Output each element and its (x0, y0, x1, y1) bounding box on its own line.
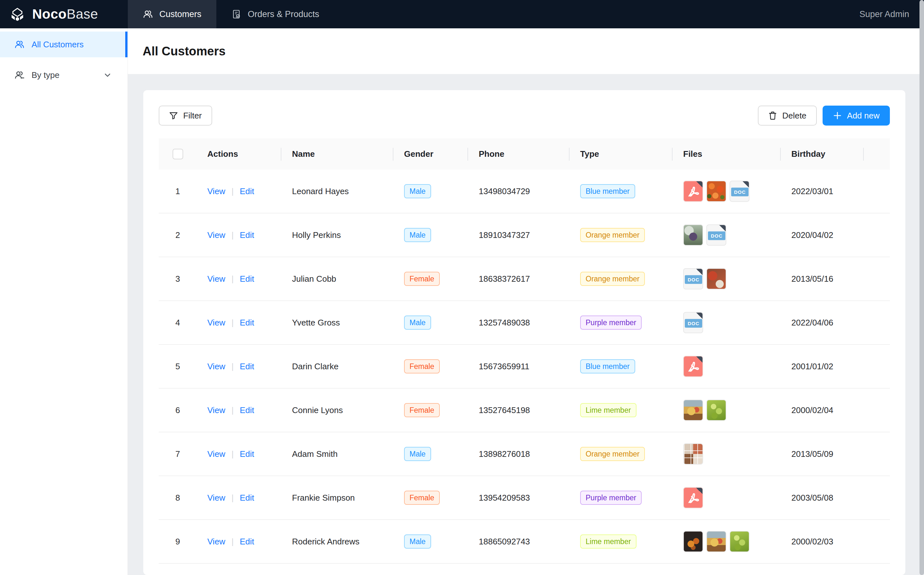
pdf-file-thumbnail[interactable] (683, 181, 703, 202)
user-menu[interactable]: Super Admin (859, 0, 924, 28)
image-file-thumbnail[interactable] (683, 443, 703, 465)
image-file-thumbnail[interactable] (683, 224, 703, 246)
tab-orders-products[interactable]: Orders & Products (216, 0, 334, 28)
phone-cell: 13954209583 (468, 493, 570, 503)
logo-text: NocoBase (32, 6, 98, 22)
logo-text-light: Base (67, 6, 98, 22)
image-file-thumbnail[interactable] (683, 400, 703, 421)
view-link[interactable]: View (207, 230, 225, 240)
edit-link[interactable]: Edit (240, 362, 254, 371)
select-all-checkbox[interactable] (173, 149, 183, 159)
edit-link[interactable]: Edit (240, 230, 254, 240)
edit-link[interactable]: Edit (240, 186, 254, 196)
type-cell: Orange member (570, 272, 673, 286)
table-row: 7View|EditAdam SmithMale13898276018Orang… (159, 432, 890, 476)
delete-button-label: Delete (782, 111, 807, 121)
table-body: 1View|EditLeonard HayesMale13498034729Bl… (159, 170, 890, 564)
edit-link[interactable]: Edit (240, 449, 254, 459)
image-file-thumbnail[interactable] (706, 531, 726, 552)
filter-button-label: Filter (183, 111, 202, 121)
column-header-actions[interactable]: Actions (197, 138, 281, 170)
row-select-cell: 2 (159, 230, 197, 240)
phone-cell: 13498034729 (468, 186, 570, 196)
doc-file-thumbnail[interactable]: DOC (683, 268, 703, 289)
edit-link[interactable]: Edit (240, 318, 254, 327)
app-root: NocoBase Customers Orders & P (0, 0, 924, 575)
gender-cell: Female (394, 403, 468, 417)
column-header-birthday[interactable]: Birthday (781, 138, 864, 170)
view-link[interactable]: View (207, 493, 225, 503)
gender-cell: Female (394, 491, 468, 505)
view-link[interactable]: View (207, 318, 225, 327)
pdf-file-thumbnail[interactable] (683, 487, 703, 508)
delete-button[interactable]: Delete (758, 106, 817, 125)
sidebar: All Customers By type (0, 28, 128, 575)
folded-corner (719, 224, 726, 232)
gender-badge: Female (404, 359, 440, 373)
doc-label: DOC (731, 188, 749, 196)
customer-name-cell: Connie Lyons (281, 405, 394, 415)
edit-link[interactable]: Edit (240, 405, 254, 415)
column-header-name[interactable]: Name (281, 138, 394, 170)
customers-card: Filter Delete (143, 90, 905, 575)
sidebar-item-by-type[interactable]: By type (0, 62, 127, 88)
column-header-gender[interactable]: Gender (394, 138, 468, 170)
vertical-scrollbar[interactable] (919, 0, 924, 575)
files-list (683, 443, 781, 465)
type-cell: Orange member (570, 447, 673, 461)
view-link[interactable]: View (207, 362, 225, 371)
gender-cell: Male (394, 447, 468, 461)
image-file-thumbnail[interactable] (706, 181, 726, 202)
logo[interactable]: NocoBase (0, 0, 128, 28)
files-cell (673, 356, 781, 377)
image-file-thumbnail[interactable] (706, 400, 726, 421)
view-link[interactable]: View (207, 186, 225, 196)
add-new-button[interactable]: Add new (822, 106, 890, 125)
column-header-type[interactable]: Type (570, 138, 673, 170)
phone-cell: 13527645198 (468, 405, 570, 415)
row-actions-cell: View|Edit (197, 493, 281, 503)
files-list: DOC (683, 181, 781, 202)
tab-customers[interactable]: Customers (128, 0, 216, 28)
edit-link[interactable]: Edit (240, 274, 254, 284)
files-cell (673, 400, 781, 421)
view-link[interactable]: View (207, 405, 225, 415)
birthday-cell: 2000/02/04 (781, 405, 864, 415)
image-file-thumbnail[interactable] (683, 531, 703, 552)
row-select-cell: 6 (159, 405, 197, 415)
doc-label: DOC (708, 232, 726, 240)
image-file-thumbnail[interactable] (706, 268, 726, 289)
image-file-thumbnail[interactable] (730, 531, 749, 552)
doc-file-thumbnail[interactable]: DOC (730, 181, 749, 202)
column-header-phone[interactable]: Phone (468, 138, 570, 170)
table-row: 4View|EditYvette GrossMale13257489038Pur… (159, 301, 890, 345)
row-index: 4 (175, 318, 180, 328)
view-link[interactable]: View (207, 274, 225, 284)
edit-link[interactable]: Edit (240, 537, 254, 546)
birthday-cell: 2000/02/03 (781, 537, 864, 547)
gender-badge: Male (404, 316, 431, 330)
customer-name-cell: Frankie Simpson (281, 493, 394, 503)
doc-label: DOC (685, 319, 702, 328)
member-type-badge: Blue member (580, 184, 635, 198)
row-actions-cell: View|Edit (197, 186, 281, 196)
filter-button[interactable]: Filter (159, 106, 212, 125)
gender-cell: Male (394, 184, 468, 198)
doc-file-thumbnail[interactable]: DOC (683, 312, 703, 333)
doc-label: DOC (685, 275, 702, 284)
view-link[interactable]: View (207, 449, 225, 459)
gender-badge: Male (404, 534, 431, 549)
filter-icon (169, 111, 178, 120)
gender-cell: Male (394, 534, 468, 549)
phone-cell: 13257489038 (468, 318, 570, 328)
row-select-cell: 5 (159, 362, 197, 372)
view-link[interactable]: View (207, 537, 225, 546)
doc-file-thumbnail[interactable]: DOC (706, 224, 726, 246)
users-icon (143, 9, 153, 19)
edit-link[interactable]: Edit (240, 493, 254, 503)
tab-label: Customers (159, 10, 202, 19)
pdf-file-thumbnail[interactable] (683, 356, 703, 377)
column-header-files[interactable]: Files (673, 138, 781, 170)
sidebar-item-all-customers[interactable]: All Customers (0, 32, 127, 57)
birthday-cell: 2001/01/02 (781, 362, 864, 372)
